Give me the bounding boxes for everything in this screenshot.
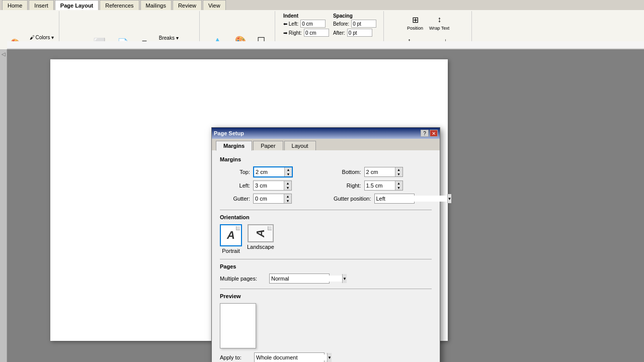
tab-insert[interactable]: Insert (29, 0, 54, 10)
multiple-pages-label: Multiple pages: (220, 276, 265, 282)
indent-header: Indent (283, 13, 329, 19)
wrap-text-button[interactable]: ↕ Wrap Text (427, 12, 452, 32)
right-spin-up[interactable]: ▲ (395, 181, 403, 186)
top-spin-up[interactable]: ▲ (285, 167, 292, 172)
sidebar-arrow-icon: ◁ (2, 51, 6, 57)
multiple-pages-input[interactable] (270, 276, 342, 282)
left-input[interactable] (254, 181, 284, 190)
indent-left-label: ⬅ Left: (283, 21, 298, 27)
indent-left-input[interactable] (300, 20, 326, 28)
breaks-button[interactable]: Breaks ▾ (157, 34, 196, 42)
bottom-input[interactable] (365, 167, 395, 176)
left-spin-up[interactable]: ▲ (284, 181, 291, 186)
portrait-button[interactable]: A Portrait (220, 224, 242, 254)
landscape-letter: A (254, 229, 267, 237)
spacing-after-label: After: (333, 30, 345, 36)
top-label: Top: (220, 169, 250, 175)
gutter-pos-label: Gutter position: (331, 196, 371, 202)
spacing-before-row: Before: (333, 20, 376, 28)
gutter-field-row: Gutter: ▲ ▼ (220, 194, 321, 204)
preview-title: Preview (220, 293, 432, 299)
portrait-letter: A (227, 229, 235, 242)
tab-home[interactable]: Home (2, 0, 28, 10)
position-button[interactable]: ⊞ Position (405, 12, 426, 32)
spacing-before-input[interactable] (351, 20, 376, 28)
bottom-input-wrap: ▲ ▼ (364, 167, 403, 177)
apply-to-input[interactable] (255, 354, 327, 360)
dialog-help-button[interactable]: ? (421, 130, 429, 137)
dialog-tab-paper[interactable]: Paper (253, 141, 283, 150)
dialog-tab-margins[interactable]: Margins (216, 141, 252, 151)
ribbon-tabs: Home Insert Page Layout References Maili… (0, 0, 644, 10)
gutter-pos-input[interactable] (375, 196, 447, 202)
top-spin: ▲ ▼ (284, 167, 292, 176)
divider-2 (220, 259, 432, 259)
colors-label: Colors ▾ (36, 35, 54, 40)
left-label: Left: (220, 183, 250, 189)
dialog-close-button[interactable]: ✕ (430, 130, 438, 137)
breaks-label: Breaks ▾ (159, 35, 179, 41)
right-label: Right: (331, 183, 361, 189)
ribbon: Home Insert Page Layout References Maili… (0, 0, 644, 41)
right-input[interactable] (365, 181, 395, 190)
indent-right-row: ➡ Right: (283, 29, 329, 37)
dialog-tab-layout[interactable]: Layout (284, 141, 316, 150)
indent-right-input[interactable] (304, 29, 329, 37)
left-sidebar: ◁ (0, 49, 7, 362)
multiple-pages-row: Multiple pages: ▼ (220, 274, 432, 284)
left-spin: ▲ ▼ (284, 181, 291, 190)
apply-to-row: Apply to: ▼ (220, 352, 432, 362)
wrap-text-label: Wrap Text (429, 26, 449, 31)
tab-page-layout[interactable]: Page Layout (55, 0, 99, 10)
spacing-after-row: After: (333, 29, 376, 37)
gutter-label: Gutter: (220, 196, 250, 202)
bottom-spin-up[interactable]: ▲ (395, 167, 403, 172)
right-input-wrap: ▲ ▼ (364, 180, 403, 191)
top-spin-down[interactable]: ▼ (285, 172, 292, 176)
gutter-pos-field-row: Gutter position: ▼ (331, 194, 432, 204)
gutter-input-wrap: ▲ ▼ (253, 194, 292, 204)
spacing-before-label: Before: (333, 21, 349, 27)
orientation-title: Orientation (220, 214, 432, 220)
portrait-corner (236, 226, 240, 230)
top-input-wrap: ▲ ▼ (253, 166, 293, 177)
gutter-pos-arrow-icon[interactable]: ▼ (447, 194, 452, 203)
landscape-label: Landscape (247, 244, 274, 250)
position-icon: ⊞ (409, 14, 421, 26)
pages-section: Pages Multiple pages: ▼ (220, 263, 432, 284)
apply-to-arrow-icon[interactable]: ▼ (327, 353, 332, 362)
bottom-label: Bottom: (331, 169, 361, 175)
top-input[interactable] (254, 167, 284, 176)
tab-mailings[interactable]: Mailings (140, 0, 172, 10)
tab-review[interactable]: Review (173, 0, 202, 10)
dialog-titlebar: Page Setup ? ✕ (212, 128, 440, 139)
orientation-buttons: A Portrait A Landscape (220, 224, 432, 254)
pages-title: Pages (220, 263, 432, 269)
dialog-body: Margins Top: ▲ ▼ Bottom: (212, 150, 440, 362)
gutter-spin-up[interactable]: ▲ (284, 194, 291, 199)
indent-left-row: ⬅ Left: (283, 20, 329, 28)
gutter-input[interactable] (254, 194, 284, 203)
landscape-corner (268, 226, 272, 230)
gutter-spin-down[interactable]: ▼ (284, 199, 291, 203)
left-field-row: Left: ▲ ▼ (220, 180, 321, 191)
right-spin-down[interactable]: ▼ (395, 186, 403, 190)
spacing-col: Spacing Before: After: (333, 13, 376, 37)
preview-section: Preview (220, 293, 432, 348)
tab-references[interactable]: References (100, 0, 139, 10)
colors-icon: 🖌 (30, 35, 35, 40)
landscape-button[interactable]: A Landscape (247, 224, 274, 254)
preview-box (220, 303, 256, 348)
main-content: ◁ Page Setup ? ✕ Margins Paper Layout Ma… (0, 49, 644, 362)
margins-section-title: Margins (220, 156, 432, 162)
apply-to-label: Apply to: (220, 354, 250, 360)
colors-button[interactable]: 🖌 Colors ▾ (28, 34, 56, 41)
tab-view[interactable]: View (203, 0, 226, 10)
left-spin-down[interactable]: ▼ (284, 186, 291, 190)
multiple-pages-arrow-icon[interactable]: ▼ (342, 274, 347, 283)
dialog-title-buttons: ? ✕ (421, 130, 438, 137)
spacing-after-input[interactable] (347, 29, 372, 37)
left-input-wrap: ▲ ▼ (253, 180, 292, 191)
bottom-spin-down[interactable]: ▼ (395, 172, 403, 176)
ruler-svg: // Rendered as static SVG ticks (7, 41, 644, 49)
